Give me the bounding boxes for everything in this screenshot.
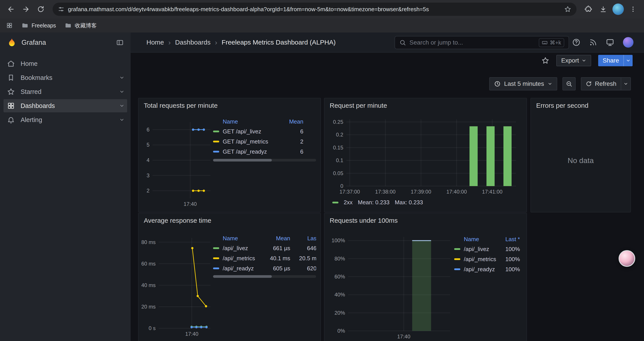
legend-row[interactable]: /api/_livez661 µs646 bbox=[213, 243, 316, 253]
svg-text:0.25: 0.25 bbox=[333, 119, 343, 125]
share-menu-button[interactable] bbox=[624, 55, 632, 66]
extensions-button[interactable] bbox=[582, 3, 595, 16]
svg-text:0%: 0% bbox=[337, 328, 345, 334]
svg-text:17:37:00: 17:37:00 bbox=[340, 189, 360, 195]
series-name[interactable]: GET /api/_readyz bbox=[223, 148, 274, 155]
average-response-time-chart[interactable]: 0 s20 ms40 ms60 ms80 ms17:40 bbox=[141, 233, 214, 340]
sidebar-item-alerting[interactable]: Alerting bbox=[4, 113, 127, 126]
series-name[interactable]: /api/_livez bbox=[223, 245, 265, 252]
series-value: 100% bbox=[501, 246, 520, 253]
sidebar-item-starred[interactable]: Starred bbox=[4, 85, 127, 98]
legend-row[interactable]: /api/_metrics100% bbox=[454, 254, 522, 264]
sidebar-item-bookmarks[interactable]: Bookmarks bbox=[4, 71, 127, 84]
chevron-down-icon[interactable] bbox=[119, 89, 124, 94]
news-button[interactable] bbox=[589, 38, 597, 46]
series-name[interactable]: /api/_metrics bbox=[464, 256, 501, 263]
sidebar-item-home[interactable]: Home bbox=[4, 57, 127, 70]
url-bar[interactable]: grafana.mathmast.com/d/deytv4rwavabkb/fr… bbox=[52, 3, 576, 16]
series-swatch bbox=[454, 248, 460, 250]
floating-avatar[interactable] bbox=[618, 250, 635, 267]
requests-under-100ms-chart[interactable]: 0%20%40%60%80%100%17:40 bbox=[329, 234, 454, 341]
sidebar-item-label: Starred bbox=[20, 88, 42, 96]
sidebar-item-dashboards[interactable]: Dashboards bbox=[4, 99, 127, 112]
breadcrumb-home[interactable]: Home bbox=[146, 39, 164, 46]
scrollbar-thumb[interactable] bbox=[213, 275, 272, 278]
reload-button[interactable] bbox=[34, 3, 47, 16]
help-button[interactable] bbox=[572, 38, 580, 47]
user-avatar[interactable] bbox=[623, 37, 634, 48]
scrollbar-thumb[interactable] bbox=[213, 159, 272, 162]
search-input[interactable] bbox=[410, 39, 535, 46]
share-label[interactable]: Share bbox=[598, 55, 624, 66]
screen: grafana.mathmast.com/d/deytv4rwavabkb/fr… bbox=[0, 0, 644, 341]
breadcrumb-dashboards[interactable]: Dashboards bbox=[175, 39, 211, 46]
folder-icon bbox=[22, 22, 28, 29]
legend-row[interactable]: /api/_metrics40.1 ms20.5 m bbox=[213, 253, 316, 263]
legend-row[interactable]: 2xx Mean: 0.233 Max: 0.233 bbox=[332, 199, 423, 206]
back-button[interactable] bbox=[4, 3, 18, 16]
series-name[interactable]: /api/_metrics bbox=[223, 255, 265, 262]
legend-row[interactable]: GET /api/_readyz6 bbox=[213, 147, 316, 157]
url-text[interactable]: grafana.mathmast.com/d/deytv4rwavabkb/fr… bbox=[68, 6, 561, 13]
collapse-sidebar-button[interactable] bbox=[116, 39, 124, 46]
legend-scrollbar[interactable] bbox=[213, 275, 316, 278]
panel-title[interactable]: Average response time bbox=[144, 217, 211, 224]
bookmark-folder-blogs[interactable]: 收藏博客 bbox=[65, 22, 97, 29]
request-per-minute-chart[interactable]: 00.050.10.150.20.2517:37:0017:38:0017:39… bbox=[329, 116, 523, 199]
export-button[interactable]: Export bbox=[556, 55, 591, 66]
panel-title[interactable]: Requests under 100ms bbox=[330, 217, 398, 224]
series-name[interactable]: 2xx bbox=[344, 199, 352, 206]
reload-icon bbox=[37, 6, 44, 13]
bookmark-folder-freeleaps[interactable]: Freeleaps bbox=[22, 22, 56, 29]
legend-row[interactable]: /api/_readyz605 µs620 bbox=[213, 263, 316, 273]
legend-name-header[interactable]: Name bbox=[464, 236, 501, 243]
browser-menu-button[interactable] bbox=[626, 3, 640, 16]
panel-title[interactable]: Total requests per minute bbox=[144, 102, 218, 109]
zoom-out-time-button[interactable] bbox=[562, 77, 576, 90]
series-name[interactable]: /api/_readyz bbox=[464, 266, 501, 273]
legend-name-header[interactable]: Name bbox=[223, 235, 265, 242]
site-settings-icon[interactable] bbox=[58, 6, 64, 13]
series-name[interactable]: GET /api/_livez bbox=[223, 128, 274, 135]
legend-value-header[interactable]: Mean bbox=[265, 235, 290, 242]
brand-title: Grafana bbox=[22, 39, 46, 47]
refresh-interval-button[interactable] bbox=[621, 78, 630, 90]
legend-row[interactable]: GET /api/_livez6 bbox=[213, 126, 316, 137]
panel-title[interactable]: Request per minute bbox=[330, 102, 387, 109]
legend-row[interactable]: /api/_livez100% bbox=[454, 244, 522, 254]
svg-text:17:39:00: 17:39:00 bbox=[411, 189, 431, 195]
legend-name-header[interactable]: Name bbox=[223, 118, 274, 125]
share-button[interactable]: Share bbox=[598, 55, 632, 66]
export-label: Export bbox=[561, 57, 579, 64]
legend-row[interactable]: GET /api/_metrics2 bbox=[213, 137, 316, 147]
series-name[interactable]: GET /api/_metrics bbox=[223, 138, 274, 145]
profile-button[interactable] bbox=[612, 3, 625, 16]
bookmark-star-icon[interactable] bbox=[564, 6, 571, 13]
display-button[interactable] bbox=[606, 38, 614, 47]
legend-scrollbar[interactable] bbox=[213, 159, 316, 162]
grafana-logo[interactable] bbox=[7, 38, 17, 47]
time-range-picker[interactable]: Last 5 minutes bbox=[489, 77, 557, 90]
sidebar-item-label: Home bbox=[20, 60, 38, 67]
refresh-button[interactable]: Refresh bbox=[581, 78, 621, 90]
favorite-dashboard-button[interactable] bbox=[542, 57, 549, 65]
bell-icon bbox=[7, 116, 15, 124]
apps-grid-icon[interactable] bbox=[6, 22, 13, 29]
legend-row[interactable]: /api/_readyz100% bbox=[454, 264, 522, 274]
legend-value-header[interactable]: Last * bbox=[501, 236, 520, 243]
total-requests-chart[interactable]: 2345617:40 bbox=[141, 117, 214, 210]
downloads-button[interactable] bbox=[597, 3, 610, 16]
forward-button[interactable] bbox=[19, 3, 32, 16]
chevron-down-icon[interactable] bbox=[119, 75, 124, 80]
chevron-down-icon[interactable] bbox=[119, 117, 124, 122]
panel-title[interactable]: Errors per second bbox=[536, 102, 588, 109]
svg-text:6: 6 bbox=[147, 127, 150, 133]
legend-header: NameLast * bbox=[454, 234, 522, 244]
series-name[interactable]: /api/_livez bbox=[464, 246, 501, 253]
search-box[interactable]: ⌘+k bbox=[394, 36, 569, 49]
legend-value-header[interactable]: Las bbox=[290, 235, 316, 242]
legend-value-header[interactable]: Mean bbox=[274, 118, 303, 125]
chevron-down-icon[interactable] bbox=[119, 103, 124, 108]
svg-text:17:40: 17:40 bbox=[397, 333, 410, 339]
series-name[interactable]: /api/_readyz bbox=[223, 265, 265, 272]
